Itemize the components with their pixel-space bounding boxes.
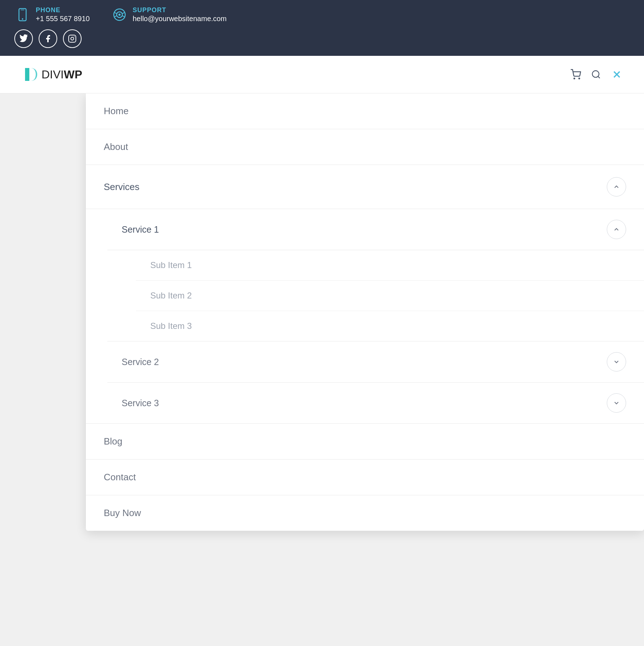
subitem2-label: Sub Item 2 <box>150 291 192 300</box>
instagram-button[interactable] <box>63 29 82 48</box>
twitter-button[interactable] <box>14 29 33 48</box>
services-submenu: Service 1 Sub Item 1 Sub Item 2 Sub Item… <box>86 209 644 423</box>
svg-point-12 <box>71 37 74 40</box>
header: DIVIWP <box>0 56 644 93</box>
service1-submenu: Sub Item 1 Sub Item 2 Sub Item 3 <box>107 250 644 341</box>
services-label: Services <box>104 181 140 193</box>
menu-item-blog: Blog <box>86 424 644 460</box>
service2-row[interactable]: Service 2 <box>107 341 644 382</box>
submenu-service3: Service 3 <box>107 383 644 423</box>
blog-row[interactable]: Blog <box>86 424 644 459</box>
menu-item-home: Home <box>86 93 644 129</box>
service1-row[interactable]: Service 1 <box>107 209 644 250</box>
subitem3-label: Sub Item 3 <box>150 321 192 331</box>
blog-label: Blog <box>104 436 122 447</box>
phone-icon <box>14 6 31 23</box>
svg-line-8 <box>122 13 125 14</box>
buynow-label: Buy Now <box>104 507 141 519</box>
service3-row[interactable]: Service 3 <box>107 383 644 423</box>
svg-point-13 <box>74 37 75 37</box>
logo[interactable]: DIVIWP <box>21 65 82 84</box>
svg-point-10 <box>118 14 121 16</box>
submenu-service2: Service 2 <box>107 341 644 383</box>
contact-label: Contact <box>104 472 136 483</box>
submenu-service1: Service 1 Sub Item 1 Sub Item 2 Sub Item… <box>107 209 644 341</box>
subitem2-row[interactable]: Sub Item 2 <box>136 281 644 311</box>
contact-row[interactable]: Contact <box>86 460 644 495</box>
subitem3-row[interactable]: Sub Item 3 <box>136 311 644 341</box>
support-icon <box>111 6 128 23</box>
services-toggle-btn[interactable] <box>607 177 626 196</box>
svg-line-7 <box>114 16 117 17</box>
phone-text: PHONE +1 555 567 8910 <box>36 6 90 23</box>
mobile-menu: Home About Services Service 1 <box>86 93 644 531</box>
svg-point-14 <box>574 78 575 79</box>
about-label: About <box>104 141 128 152</box>
menu-item-contact: Contact <box>86 460 644 495</box>
svg-line-17 <box>598 76 600 78</box>
social-bar <box>0 29 644 56</box>
phone-info: PHONE +1 555 567 8910 <box>14 6 90 23</box>
service2-toggle-btn[interactable] <box>607 352 626 371</box>
svg-point-2 <box>22 18 23 20</box>
service2-label: Service 2 <box>122 357 159 367</box>
buynow-row[interactable]: Buy Now <box>86 495 644 531</box>
top-bar: PHONE +1 555 567 8910 SUPPORT hello@your… <box>0 0 644 29</box>
svg-line-6 <box>114 13 117 14</box>
support-info: SUPPORT hello@yourwebsitename.com <box>111 6 227 23</box>
svg-point-16 <box>592 71 599 78</box>
service3-toggle-btn[interactable] <box>607 393 626 413</box>
service1-label: Service 1 <box>122 224 159 235</box>
cart-icon[interactable] <box>570 69 581 80</box>
svg-point-15 <box>579 78 580 79</box>
menu-item-services: Services Service 1 Sub Item 1 <box>86 165 644 424</box>
logo-text: DIVIWP <box>42 68 82 81</box>
svg-rect-1 <box>21 10 24 10</box>
facebook-button[interactable] <box>39 29 57 48</box>
header-icons <box>570 69 623 80</box>
logo-icon <box>21 65 40 84</box>
subitem1-row[interactable]: Sub Item 1 <box>136 250 644 281</box>
svg-line-9 <box>122 16 125 17</box>
service1-toggle-btn[interactable] <box>607 220 626 239</box>
menu-item-home-row[interactable]: Home <box>86 93 644 129</box>
subitem1-label: Sub Item 1 <box>150 260 192 270</box>
menu-item-buynow: Buy Now <box>86 495 644 531</box>
svg-rect-11 <box>69 35 76 42</box>
menu-item-services-row[interactable]: Services <box>86 165 644 209</box>
close-icon[interactable] <box>611 69 623 80</box>
search-icon[interactable] <box>591 69 601 79</box>
svg-rect-3 <box>19 11 26 18</box>
service3-label: Service 3 <box>122 398 159 408</box>
support-text: SUPPORT hello@yourwebsitename.com <box>133 6 227 23</box>
home-label: Home <box>104 106 128 117</box>
menu-item-about: About <box>86 129 644 165</box>
menu-item-about-row[interactable]: About <box>86 129 644 165</box>
